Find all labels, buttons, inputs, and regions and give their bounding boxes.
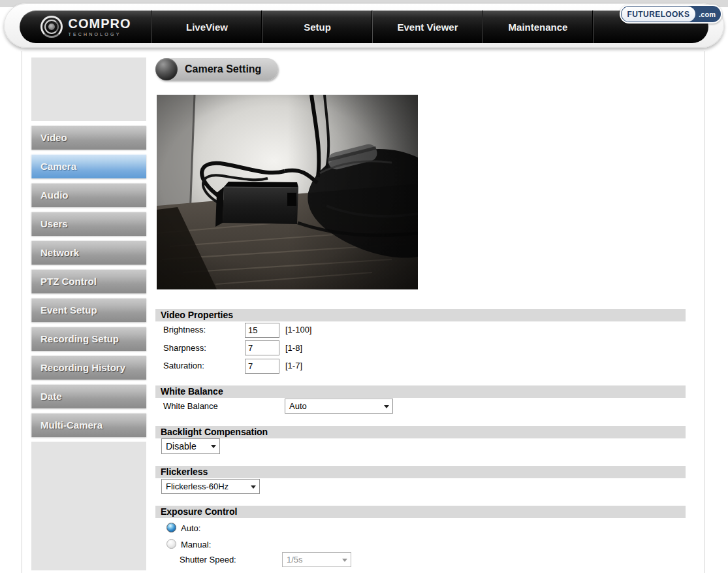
white-balance-value: Auto	[289, 401, 307, 411]
sidebar-item-recording-setup[interactable]: Recording Setup	[31, 327, 146, 351]
saturation-range: [1-7]	[285, 361, 302, 370]
brand-name: COMPRO	[69, 17, 131, 30]
brand-logo: COMPRO TECHNOLOGY	[20, 10, 151, 43]
white-balance-select[interactable]: Auto	[285, 399, 393, 414]
camera-preview-image	[157, 95, 418, 289]
auto-radio[interactable]	[166, 523, 176, 532]
chevron-down-icon	[342, 559, 347, 565]
sharpness-range: [1-8]	[285, 343, 302, 353]
backlight-compensation-value: Disable	[166, 441, 197, 451]
backlight-compensation-select[interactable]: Disable	[161, 438, 220, 454]
shutter-speed-value: 1/5s	[287, 555, 303, 565]
brightness-range: [1-100]	[285, 325, 311, 335]
manual-radio-label: Manual:	[181, 540, 211, 549]
nav-tab-maintenance[interactable]: Maintenance	[483, 10, 593, 43]
section-header-flickerless: Flickerless	[155, 466, 686, 478]
section-header-backlight-compensation: Backlight Compensation	[155, 426, 686, 438]
section-header-white-balance: White Balance	[155, 385, 686, 398]
sidebar-item-recording-history[interactable]: Recording History	[31, 355, 146, 380]
sidebar: Video Camera Audio Users Network PTZ Con…	[31, 57, 146, 570]
chevron-down-icon	[211, 445, 216, 451]
sidebar-bottom-placeholder	[31, 442, 146, 570]
section-header-video-properties: Video Properties	[155, 309, 686, 321]
futurelooks-watermark: FUTURELOOKS .com	[620, 5, 722, 24]
sidebar-item-ptz-control[interactable]: PTZ Control	[31, 269, 146, 293]
sidebar-item-users[interactable]: Users	[31, 212, 146, 236]
chevron-down-icon	[384, 405, 389, 411]
brand-tagline: TECHNOLOGY	[69, 32, 131, 37]
page-title-pill: Camera Setting	[155, 58, 278, 80]
watermark-suffix: .com	[696, 6, 721, 22]
sidebar-item-video[interactable]: Video	[31, 125, 146, 150]
camera-setting-orb-icon	[155, 58, 178, 80]
nav-tab-event-viewer[interactable]: Event Viewer	[373, 10, 483, 43]
sidebar-item-audio[interactable]: Audio	[31, 183, 146, 207]
main-nav-bar: COMPRO TECHNOLOGY LiveView Setup Event V…	[20, 10, 708, 43]
brightness-input[interactable]	[245, 323, 279, 338]
sidebar-item-network[interactable]: Network	[31, 240, 146, 265]
page-border-right	[704, 51, 704, 573]
sidebar-item-date[interactable]: Date	[31, 384, 146, 408]
sharpness-label: Sharpness:	[163, 343, 206, 353]
section-header-exposure-control: Exposure Control	[155, 506, 686, 518]
page-title: Camera Setting	[185, 63, 261, 75]
saturation-label: Saturation:	[163, 361, 204, 370]
white-balance-label: White Balance	[163, 401, 218, 411]
manual-radio[interactable]	[166, 539, 176, 549]
flickerless-select[interactable]: Flickerless-60Hz	[161, 479, 260, 494]
watermark-text: FUTURELOOKS	[622, 7, 696, 22]
nav-tab-setup[interactable]: Setup	[262, 10, 372, 43]
nav-tab-liveview[interactable]: LiveView	[152, 10, 262, 43]
sidebar-item-camera[interactable]: Camera	[31, 154, 146, 178]
brand-text: COMPRO TECHNOLOGY	[69, 17, 131, 37]
flickerless-value: Flickerless-60Hz	[166, 482, 229, 491]
brightness-label: Brightness:	[163, 325, 206, 335]
shutter-speed-select: 1/5s	[282, 552, 351, 567]
sidebar-item-event-setup[interactable]: Event Setup	[31, 298, 146, 322]
saturation-input[interactable]	[245, 359, 279, 374]
auto-radio-label: Auto:	[181, 523, 200, 533]
shutter-speed-label: Shutter Speed:	[180, 555, 236, 565]
chevron-down-icon	[251, 485, 256, 491]
sidebar-item-multi-camera[interactable]: Multi-Camera	[31, 413, 146, 437]
page-border-left	[22, 51, 22, 573]
sidebar-top-placeholder	[31, 57, 146, 121]
app-window: COMPRO TECHNOLOGY LiveView Setup Event V…	[0, 0, 728, 573]
compro-logo-icon	[40, 16, 63, 38]
sharpness-input[interactable]	[245, 340, 279, 355]
